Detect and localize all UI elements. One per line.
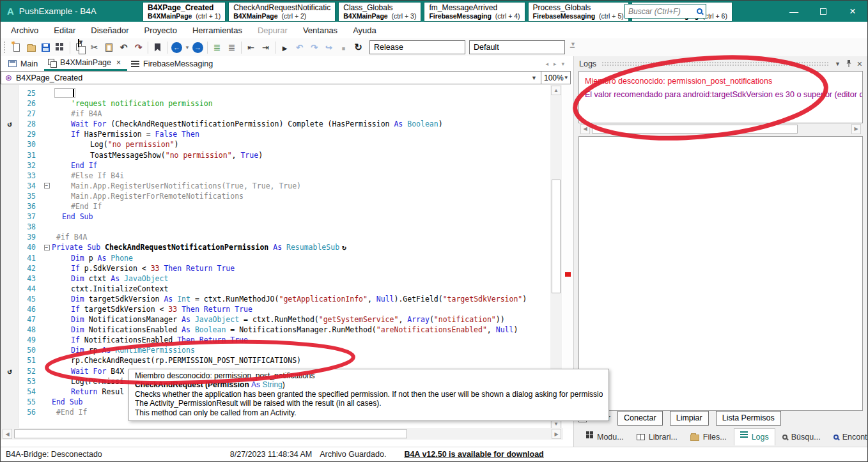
scroll-right-icon[interactable]: ▶ (851, 124, 861, 134)
code-line-26[interactable]: 26'request notification permission (1, 98, 550, 109)
code-line-45[interactable]: 45Dim targetSdkVersion As Int = ctxt.Run… (1, 294, 550, 304)
quick-search-input[interactable] (628, 7, 697, 16)
forward-button[interactable]: → (190, 40, 205, 54)
code-line-49[interactable]: 49If NotificationsEnabled Then Return Tr… (1, 335, 550, 345)
close-tab-icon[interactable]: × (116, 58, 121, 67)
vertical-scroll-thumb[interactable] (552, 180, 561, 293)
cut-button[interactable] (87, 40, 102, 54)
toolbar-overflow-icon[interactable]: ▼▔ (570, 41, 576, 54)
menu-archivo[interactable]: Archivo (3, 23, 46, 38)
log-message-list[interactable]: Miembro desconocido: permission_post_not… (578, 71, 863, 123)
editor-horizontal-scrollbar[interactable]: ◀ ▶ (1, 428, 563, 440)
panel-tab-b-squ[interactable]: Búsqu... (777, 428, 826, 445)
code-line-34[interactable]: 34−Main.App.RegisterUserNotifications(Tr… (1, 181, 550, 191)
minimize-button[interactable]: — (779, 1, 809, 22)
tab-scroll-right-icon[interactable]: ▸ (554, 61, 557, 67)
code-line-41[interactable]: 41Dim p As Phone (1, 253, 550, 263)
code-line-40[interactable]: 40−Private Sub CheckAndRequestNotificati… (1, 242, 550, 252)
open-project-button[interactable] (24, 40, 38, 54)
code-line-33[interactable]: 33#Else If B4i (1, 171, 550, 181)
log-output-area[interactable] (578, 136, 863, 411)
back-button[interactable]: ← (169, 40, 184, 54)
comment-button[interactable] (210, 40, 224, 54)
error-marker[interactable] (565, 272, 571, 277)
quick-search-box[interactable] (624, 4, 706, 19)
menu-ayuda[interactable]: Ayuda (345, 23, 384, 38)
quick-tab-fm-messagearrived[interactable]: fm_MessageArrivedFirebaseMessaging (ctrl… (424, 2, 525, 22)
code-line-29[interactable]: 29If HasPermission = False Then (1, 129, 550, 139)
code-line-35[interactable]: 35Main.App.RegisterForRemoteNotification… (1, 191, 550, 201)
menu-editar[interactable]: Editar (46, 23, 83, 38)
scroll-up-icon[interactable]: ▲ (551, 86, 561, 95)
code-line-46[interactable]: 46If targetSdkVersion < 33 Then Return T… (1, 304, 550, 314)
code-line-27[interactable]: 27#if B4A (1, 109, 550, 119)
code-line-30[interactable]: 30Log("no permission") (1, 139, 550, 150)
fold-collapse-icon[interactable]: − (44, 245, 50, 250)
code-line-43[interactable]: 43Dim ctxt As JavaObject (1, 273, 550, 284)
quick-tab-class-globals[interactable]: Class_GlobalsB4XMainPage (ctrl + 3) (338, 2, 421, 22)
scroll-right-icon[interactable]: ▶ (552, 429, 561, 439)
build-config-combo[interactable]: Release ▼ (369, 40, 465, 54)
code-line-51[interactable]: 51rp.CheckAndRequest(rp.PERMISSION_POST_… (1, 355, 550, 366)
tab-scroll-left-icon[interactable]: ◂ (545, 61, 548, 67)
save-button[interactable] (38, 40, 53, 54)
undo-button[interactable] (116, 40, 131, 54)
horizontal-scroll-thumb[interactable] (14, 429, 407, 438)
panel-tab-encontr[interactable]: Encontr... (828, 428, 868, 445)
zoom-combo[interactable]: 100% ▼ (541, 71, 571, 84)
panel-tab-librari[interactable]: Librari... (631, 428, 683, 445)
code-line-32[interactable]: 32End If (1, 160, 550, 171)
step-over-button[interactable] (307, 40, 322, 54)
scroll-left-icon[interactable]: ◀ (580, 124, 590, 134)
update-link[interactable]: B4A v12.50 is available for download (404, 450, 543, 459)
code-line-44[interactable]: 44ctxt.InitializeContext (1, 284, 550, 294)
modules-grid-button[interactable] (53, 40, 68, 54)
scroll-left-icon[interactable]: ◀ (3, 429, 12, 439)
code-line-36[interactable]: 36#End If (1, 201, 550, 212)
stop-button[interactable] (336, 40, 351, 54)
code-line-47[interactable]: 47Dim NotificationsManager As JavaObject… (1, 314, 550, 325)
run-button[interactable] (277, 40, 292, 54)
run-config-combo[interactable]: Default ▼ (469, 40, 565, 54)
editor-tab-main[interactable]: Main (4, 56, 44, 71)
back-history-caret-icon[interactable]: ▼ (184, 45, 190, 50)
code-line-48[interactable]: 48Dim NotificationsEnabled As Boolean = … (1, 325, 550, 335)
code-line-28[interactable]: ↺28Wait For (CheckAndRequestNotification… (1, 119, 550, 129)
menu-ventanas[interactable]: Ventanas (295, 23, 345, 38)
code-line-38[interactable]: 38 (1, 222, 550, 232)
code-line-50[interactable]: 50Dim rp As RuntimePermissions (1, 345, 550, 355)
panel-tab-modu[interactable]: Modu... (580, 428, 630, 445)
code-line-39[interactable]: 39#if B4A (1, 232, 550, 242)
new-file-button[interactable] (9, 40, 24, 54)
panel-tab-files[interactable]: Files... (685, 428, 732, 445)
uncomment-button[interactable] (224, 40, 239, 54)
quick-tab-process-globals[interactable]: Process_GlobalsFirebaseMessaging (ctrl +… (528, 2, 629, 22)
step-into-button[interactable] (322, 40, 336, 54)
editor-tab-firebasemessaging[interactable]: FirebaseMessaging (127, 56, 219, 71)
maximize-button[interactable] (809, 1, 838, 22)
quick-tab-b4xpage-created[interactable]: B4XPage_CreatedB4XMainPage (ctrl + 1) (143, 2, 226, 22)
menu-dise-ador[interactable]: Diseñador (83, 23, 136, 38)
outdent-button[interactable] (244, 40, 258, 54)
redo-button[interactable] (131, 40, 146, 54)
close-button[interactable]: × (838, 1, 867, 22)
pin-icon[interactable] (846, 59, 852, 68)
menu-herramientas[interactable]: Herramientas (185, 23, 250, 38)
log-horizontal-scrollbar[interactable]: ◀ ▶ (578, 124, 863, 134)
code-line-37[interactable]: 37End Sub (1, 212, 550, 222)
fold-collapse-icon[interactable]: − (44, 183, 50, 189)
menu-proyecto[interactable]: Proyecto (137, 23, 185, 38)
resume-button[interactable] (292, 40, 307, 54)
rebuild-button[interactable] (351, 40, 366, 54)
tab-list-icon[interactable]: ▾ (561, 61, 564, 67)
bookmark-button[interactable] (150, 40, 165, 54)
limpiar-button[interactable]: Limpiar (670, 411, 709, 426)
indent-button[interactable] (258, 40, 273, 54)
close-panel-icon[interactable]: × (857, 59, 862, 69)
code-line-25[interactable]: 25 (1, 88, 550, 98)
code-line-42[interactable]: 42If p.SdkVersion < 33 Then Return True (1, 263, 550, 273)
panel-menu-icon[interactable]: ▼ (835, 61, 841, 67)
paste-button[interactable] (102, 40, 116, 54)
quick-tab-checkandrequestnotificatic[interactable]: CheckAndRequestNotificaticB4XMainPage (c… (228, 2, 336, 22)
log-scroll-thumb[interactable] (592, 125, 798, 134)
